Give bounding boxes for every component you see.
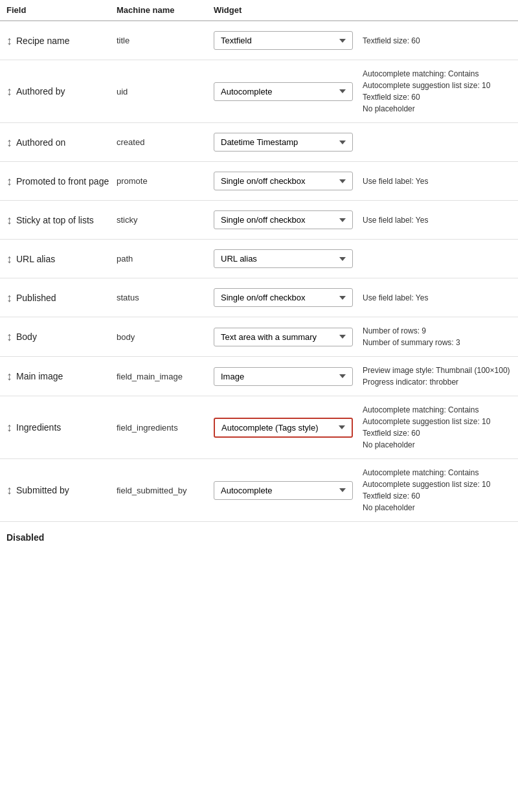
info-cell: Autocomplete matching: ContainsAutocompl… (363, 68, 512, 115)
field-name: Submitted by (16, 485, 69, 495)
field-cell-promoted-to-front-page: ↕Promoted to front page (6, 175, 117, 187)
drag-handle[interactable]: ↕ (6, 85, 12, 97)
widget-cell: Autocomplete (214, 82, 363, 101)
field-name: Promoted to front page (16, 176, 109, 186)
machine-name-cell: field_main_image (117, 372, 214, 381)
info-cell: Textfield size: 60 (363, 35, 512, 47)
field-table: Field Machine name Widget ↕Recipe nameti… (0, 0, 518, 553)
table-row: ↕Authored byuidAutocompleteAutocomplete … (0, 60, 518, 123)
drag-handle[interactable]: ↕ (6, 137, 12, 148)
field-cell-url-alias: ↕URL alias (6, 253, 117, 265)
widget-cell: URL alias (214, 249, 363, 268)
widget-select[interactable]: Single on/off checkbox (214, 288, 353, 307)
field-cell-recipe-name: ↕Recipe name (6, 35, 117, 47)
widget-cell: Text area with a summary (214, 328, 363, 346)
widget-select[interactable]: Single on/off checkbox (214, 210, 353, 229)
drag-handle[interactable]: ↕ (6, 370, 12, 382)
header-extra (363, 5, 512, 15)
drag-handle[interactable]: ↕ (6, 292, 12, 304)
widget-select[interactable]: Image (214, 367, 353, 386)
machine-name-cell: body (117, 332, 214, 342)
field-name: URL alias (16, 254, 55, 264)
table-row: ↕URL aliaspathURL alias (0, 240, 518, 278)
machine-name-cell: title (117, 36, 214, 45)
drag-handle[interactable]: ↕ (6, 253, 12, 265)
field-name: Ingredients (16, 422, 61, 433)
disabled-section: Disabled (0, 522, 518, 553)
widget-cell: Autocomplete (214, 481, 363, 500)
info-cell: Preview image style: Thumbnail (100×100)… (363, 365, 512, 388)
drag-handle[interactable]: ↕ (6, 214, 12, 226)
field-cell-main-image: ↕Main image (6, 370, 117, 382)
drag-handle[interactable]: ↕ (6, 175, 12, 187)
field-cell-authored-on: ↕Authored on (6, 137, 117, 148)
table-row: ↕PublishedstatusSingle on/off checkboxUs… (0, 278, 518, 317)
table-header: Field Machine name Widget (0, 0, 518, 21)
machine-name-cell: uid (117, 87, 214, 96)
field-name: Authored on (16, 137, 65, 148)
info-cell: Autocomplete matching: ContainsAutocompl… (363, 467, 512, 513)
machine-name-cell: created (117, 137, 214, 147)
table-row: ↕BodybodyText area with a summaryNumber … (0, 317, 518, 357)
drag-handle[interactable]: ↕ (6, 331, 12, 343)
field-name: Sticky at top of lists (16, 215, 94, 225)
widget-cell: Single on/off checkbox (214, 288, 363, 307)
header-machine-name: Machine name (117, 5, 214, 15)
header-field: Field (6, 5, 117, 15)
widget-select[interactable]: Autocomplete (Tags style) (214, 418, 353, 438)
info-cell: Use field label: Yes (363, 214, 512, 226)
widget-select[interactable]: Text area with a summary (214, 328, 353, 346)
table-row: ↕Recipe nametitleTextfieldTextfield size… (0, 21, 518, 60)
field-name: Recipe name (16, 36, 70, 46)
widget-cell: Single on/off checkbox (214, 210, 363, 229)
field-cell-authored-by: ↕Authored by (6, 85, 117, 97)
field-cell-sticky-at-top: ↕Sticky at top of lists (6, 214, 117, 226)
rows-container: ↕Recipe nametitleTextfieldTextfield size… (0, 21, 518, 522)
table-row: ↕Sticky at top of listsstickySingle on/o… (0, 201, 518, 240)
table-row: ↕Main imagefield_main_imageImagePreview … (0, 357, 518, 396)
widget-select[interactable]: Textfield (214, 31, 353, 50)
field-cell-submitted-by: ↕Submitted by (6, 484, 117, 496)
drag-handle[interactable]: ↕ (6, 35, 12, 47)
disabled-label: Disabled (6, 532, 44, 543)
field-name: Authored by (16, 86, 65, 96)
field-cell-body: ↕Body (6, 331, 117, 343)
field-name: Main image (16, 371, 63, 381)
widget-select[interactable]: URL alias (214, 249, 353, 268)
machine-name-cell: status (117, 293, 214, 302)
field-name: Body (16, 332, 37, 342)
widget-cell: Textfield (214, 31, 363, 50)
machine-name-cell: promote (117, 176, 214, 186)
info-cell: Autocomplete matching: ContainsAutocompl… (363, 404, 512, 451)
widget-cell: Image (214, 367, 363, 386)
field-cell-ingredients: ↕Ingredients (6, 422, 117, 433)
machine-name-cell: sticky (117, 215, 214, 225)
drag-handle[interactable]: ↕ (6, 484, 12, 496)
table-row: ↕Submitted byfield_submitted_byAutocompl… (0, 459, 518, 522)
widget-cell: Datetime Timestamp (214, 133, 363, 152)
widget-select[interactable]: Autocomplete (214, 481, 353, 500)
widget-select[interactable]: Autocomplete (214, 82, 353, 101)
table-row: ↕Authored oncreatedDatetime Timestamp (0, 123, 518, 162)
header-widget: Widget (214, 5, 363, 15)
info-cell: Number of rows: 9Number of summary rows:… (363, 325, 512, 348)
info-cell: Use field label: Yes (363, 175, 512, 187)
info-cell: Use field label: Yes (363, 292, 512, 304)
widget-select[interactable]: Datetime Timestamp (214, 133, 353, 152)
field-cell-published: ↕Published (6, 292, 117, 304)
widget-cell: Single on/off checkbox (214, 172, 363, 190)
table-row: ↕Ingredientsfield_ingredientsAutocomplet… (0, 396, 518, 459)
field-name: Published (16, 293, 56, 303)
widget-select[interactable]: Single on/off checkbox (214, 172, 353, 190)
machine-name-cell: field_submitted_by (117, 486, 214, 495)
table-row: ↕Promoted to front pagepromoteSingle on/… (0, 162, 518, 201)
machine-name-cell: path (117, 254, 214, 264)
drag-handle[interactable]: ↕ (6, 422, 12, 433)
widget-cell: Autocomplete (Tags style) (214, 418, 363, 438)
machine-name-cell: field_ingredients (117, 423, 214, 433)
